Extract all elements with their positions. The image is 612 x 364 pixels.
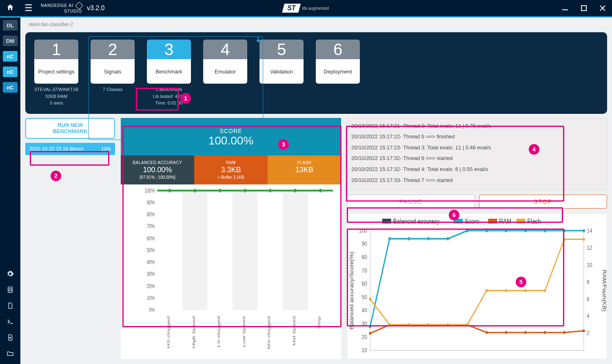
svg-point-93 — [524, 331, 527, 334]
svg-text:HS-clogged: HS-clogged — [166, 316, 171, 348]
svg-point-75 — [408, 237, 410, 240]
step-deployment[interactable]: 6 Deployment — [316, 40, 360, 86]
svg-point-21 — [194, 189, 196, 192]
svg-text:Balanced accuracy: Balanced accuracy — [393, 217, 440, 225]
svg-rect-39 — [517, 218, 526, 223]
svg-rect-37 — [488, 218, 497, 223]
svg-text:60: 60 — [361, 280, 367, 287]
version-label: v3.2.0 — [87, 4, 105, 12]
svg-text:10: 10 — [587, 261, 592, 268]
per-class-bar-chart: 0%10%20%30%40%50%60%70%80%90%100%HS-clog… — [121, 184, 341, 360]
rail-project-4[interactable]: nC — [3, 82, 18, 93]
svg-text:10: 10 — [361, 347, 367, 353]
rail-project-2[interactable]: nC — [3, 51, 18, 62]
svg-text:2: 2 — [587, 330, 590, 336]
svg-text:90%: 90% — [147, 198, 155, 206]
svg-point-80 — [505, 229, 507, 232]
maximize-button[interactable] — [574, 0, 593, 16]
svg-text:14: 14 — [587, 227, 592, 233]
svg-point-79 — [486, 229, 488, 232]
terminal-icon[interactable] — [7, 318, 14, 327]
run-new-benchmark-button[interactable]: RUN NEW BENCHMARK — [25, 118, 115, 139]
svg-point-103 — [486, 289, 488, 292]
svg-text:MS-clogged: MS-clogged — [266, 316, 271, 349]
svg-point-74 — [388, 237, 391, 240]
svg-point-102 — [466, 323, 468, 326]
log-panel[interactable]: 20/10/2022 15:17:21- Thread 0: Total eva… — [347, 118, 607, 190]
svg-point-100 — [427, 323, 430, 326]
brand-mark-icon — [75, 2, 83, 10]
log-line: 20/10/2022 15:17:33- Thread 7 ==> starte… — [351, 175, 603, 186]
svg-point-91 — [486, 331, 488, 334]
benchmark-results: SCORE 100.00% BALANCED ACCURACY 100.00% … — [121, 118, 341, 360]
st-logo: ST life.augmented — [283, 4, 329, 13]
svg-text:4: 4 — [587, 313, 590, 319]
svg-text:Stop: Stop — [317, 316, 322, 328]
svg-point-73 — [369, 325, 371, 328]
step-validation[interactable]: 5 Validation — [259, 40, 304, 86]
rail-project-3[interactable]: nC — [3, 67, 18, 77]
svg-point-23 — [219, 189, 221, 192]
svg-point-97 — [369, 297, 371, 300]
document-icon[interactable] — [7, 286, 14, 295]
svg-point-107 — [563, 237, 565, 240]
svg-text:40%: 40% — [147, 258, 155, 265]
titlebar: ☰ NANOEDGE AI STUDIO v3.2.0 ST life.augm… — [0, 0, 612, 16]
svg-text:LS-clogged: LS-clogged — [216, 316, 221, 347]
svg-text:Mid Speed: Mid Speed — [292, 316, 297, 345]
svg-text:8: 8 — [587, 278, 590, 285]
svg-text:Flash: Flash — [528, 217, 541, 225]
svg-text:Balanced accuracy/Score(%): Balanced accuracy/Score(%) — [349, 251, 355, 329]
step-signals[interactable]: 2 Signals 7 Classes — [91, 40, 135, 93]
svg-text:6: 6 — [587, 295, 590, 302]
svg-text:80%: 80% — [147, 210, 155, 218]
download-icon[interactable] — [7, 334, 14, 343]
step-emulator[interactable]: 4 Emulator — [203, 40, 247, 86]
folder-icon[interactable] — [7, 350, 14, 359]
page-icon[interactable] — [7, 302, 14, 311]
log-line: 20/10/2022 15:17:22- Thread 5 ==> finish… — [351, 131, 603, 142]
svg-text:60%: 60% — [147, 234, 155, 242]
step-benchmark[interactable]: 3 Benchmark 1 BenchmarkLib tested: 4018T… — [147, 40, 191, 107]
close-button[interactable] — [593, 0, 612, 16]
benchmark-list-item[interactable]: 2022-10-20 15:16-Bench 10% — [25, 143, 115, 155]
svg-text:12: 12 — [587, 244, 592, 251]
svg-text:20%: 20% — [147, 282, 155, 289]
rail-project-1[interactable]: DM — [3, 36, 18, 46]
pause-button[interactable]: PAUSE — [347, 195, 475, 209]
workflow-steps: 1 Project settings STEVAL-STWINKT1B32KB … — [25, 32, 607, 114]
svg-point-76 — [427, 237, 430, 240]
svg-point-96 — [583, 329, 585, 332]
svg-point-29 — [294, 189, 297, 192]
svg-point-104 — [505, 289, 507, 292]
gear-icon[interactable] — [7, 270, 14, 280]
svg-text:10%: 10% — [147, 294, 155, 301]
progress-line-chart: Balanced accuracyScoreRAMFlash1020304050… — [347, 213, 607, 360]
minimize-button[interactable] — [556, 0, 574, 16]
svg-text:50%: 50% — [147, 246, 155, 253]
svg-point-94 — [544, 331, 546, 334]
svg-text:100: 100 — [359, 227, 368, 233]
svg-point-19 — [169, 189, 171, 192]
svg-text:0%: 0% — [149, 306, 155, 313]
svg-point-95 — [563, 331, 565, 334]
rail-project-0[interactable]: DL — [3, 20, 18, 31]
balanced-accuracy-tile: BALANCED ACCURACY 100.00% [97.91% ; 100.… — [121, 155, 194, 184]
svg-text:Score: Score — [465, 217, 479, 225]
stop-button[interactable]: STOP — [479, 195, 607, 209]
svg-point-98 — [388, 323, 391, 326]
spinner-icon: ( — [122, 145, 124, 153]
svg-text:50: 50 — [361, 293, 367, 300]
log-line: 20/10/2022 15:17:32- Thread 4: Total eva… — [351, 164, 603, 175]
home-icon[interactable] — [0, 3, 20, 13]
svg-point-83 — [563, 229, 565, 232]
svg-text:RAM/Flash(KB): RAM/Flash(KB) — [602, 269, 607, 311]
step-project-settings[interactable]: 1 Project settings STEVAL-STWINKT1B32KB … — [34, 40, 78, 107]
svg-point-82 — [544, 229, 546, 232]
svg-rect-1 — [581, 6, 586, 11]
arrow-down-icon — [255, 36, 262, 46]
svg-rect-16 — [233, 191, 258, 310]
svg-point-92 — [505, 331, 507, 334]
menu-icon[interactable]: ☰ — [20, 3, 37, 13]
log-line: 20/10/2022 15:17:21- Thread 0: Total eva… — [351, 121, 603, 132]
